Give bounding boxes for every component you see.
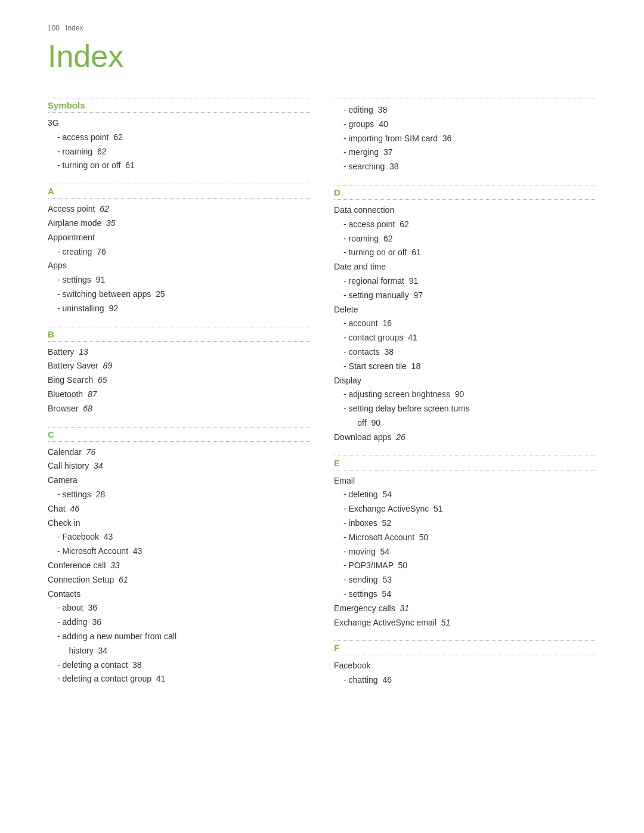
entry-email-moving: - moving 54: [334, 545, 596, 559]
entry-apps-settings: - settings 91: [48, 273, 310, 287]
page-title: Index: [48, 38, 596, 74]
entry-email-sending: - sending 53: [334, 573, 596, 587]
entry-contacts-delete: - deleting a contact 38: [48, 658, 310, 673]
entry-email: Email: [334, 474, 596, 488]
section-b: B Battery 13 Battery Saver 89 Bing Searc…: [48, 327, 310, 416]
entry-display-delay: - setting delay before screen turns off …: [334, 402, 596, 431]
entry-email-inboxes: - inboxes 52: [334, 516, 596, 531]
section-header-a: A: [48, 184, 310, 199]
entry-airplane: Airplane mode 35: [48, 216, 310, 231]
entry-checkin-msaccount: - Microsoft Account 43: [48, 544, 310, 559]
section-e: E Email - deleting 54 - Exchange ActiveS…: [334, 456, 596, 630]
entry-contacts: Contacts: [48, 587, 310, 602]
entry-exchange-activesync: Exchange ActiveSync email 51: [334, 616, 596, 630]
left-column: Symbols 3G - access point 62 - roaming 6…: [48, 98, 310, 698]
entry-contacts-editing: - editing 38: [334, 103, 596, 117]
entry-checkin-facebook: - Facebook 43: [48, 530, 310, 544]
section-f: F Facebook - chatting 46: [334, 640, 596, 688]
entry-3g-turn: - turning on or off 61: [48, 159, 310, 173]
entry-display: Display: [334, 374, 596, 388]
entry-apps: Apps: [48, 259, 310, 273]
entry-contacts-searching: - searching 38: [334, 160, 596, 174]
entry-contacts-merging: - merging 37: [334, 145, 596, 160]
entry-contacts-groups: - groups 40: [334, 117, 596, 132]
entry-data-roaming: - roaming 62: [334, 232, 596, 246]
entry-appointment: Appointment: [48, 231, 310, 245]
entry-apps-uninstall: - uninstalling 92: [48, 302, 310, 316]
entry-data-access: - access point 62: [334, 218, 596, 232]
entry-bluetooth: Bluetooth 87: [48, 388, 310, 402]
entry-contacts-delete-group: - deleting a contact group 41: [48, 672, 310, 686]
entry-delete-account: - account 16: [334, 317, 596, 331]
entry-delete: Delete: [334, 303, 596, 317]
entry-contacts-add-number: - adding a new number from call history …: [48, 630, 310, 658]
section-symbols: Symbols 3G - access point 62 - roaming 6…: [48, 98, 310, 173]
entry-3g: 3G: [48, 116, 310, 131]
section-header-e: E: [334, 456, 596, 470]
entry-connection-setup: Connection Setup 61: [48, 573, 310, 587]
entry-apps-switch: - switching between apps 25: [48, 287, 310, 302]
entry-battery-saver: Battery Saver 89: [48, 359, 310, 373]
entry-facebook: Facebook: [334, 659, 596, 673]
page-number: 100 Index: [48, 24, 596, 32]
entry-emergency-calls: Emergency calls 31: [334, 602, 596, 616]
entry-battery: Battery 13: [48, 345, 310, 360]
section-header-c: C: [48, 427, 310, 442]
entry-data-turn: - turning on or off 61: [334, 246, 596, 260]
entry-email-pop3: - POP3/IMAP 50: [334, 559, 596, 573]
section-header-d: D: [334, 185, 596, 200]
entry-date-manually: - setting manually 97: [334, 289, 596, 303]
section-header-b: B: [48, 327, 310, 342]
entry-data-connection: Data connection: [334, 203, 596, 218]
entry-chat: Chat 46: [48, 502, 310, 516]
entry-date-time: Date and time: [334, 260, 596, 274]
entry-camera-settings: - settings 28: [48, 488, 310, 502]
entry-contacts-sim: - importing from SIM card 36: [334, 132, 596, 146]
entry-delete-contact-groups: - contact groups 41: [334, 331, 596, 345]
section-header-f: F: [334, 640, 596, 655]
entry-date-regional: - regional format 91: [334, 274, 596, 289]
entry-contacts-about: - about 36: [48, 601, 310, 615]
section-contacts-cont: - editing 38 - groups 40 - importing fro…: [334, 98, 596, 174]
entry-camera: Camera: [48, 473, 310, 488]
entry-email-settings: - settings 54: [334, 587, 596, 602]
entry-3g-access: - access point 62: [48, 131, 310, 145]
entry-checkin: Check in: [48, 516, 310, 531]
entry-email-exchange: - Exchange ActiveSync 51: [334, 502, 596, 516]
entry-email-deleting: - deleting 54: [334, 488, 596, 502]
entry-appointment-creating: - creating 76: [48, 245, 310, 259]
entry-calendar: Calendar 76: [48, 445, 310, 460]
entry-conference: Conference call 33: [48, 559, 310, 573]
entry-contacts-adding: - adding 36: [48, 615, 310, 630]
entry-call-history: Call history 34: [48, 459, 310, 473]
entry-facebook-chatting: - chatting 46: [334, 673, 596, 688]
entry-access-point: Access point 62: [48, 202, 310, 216]
section-c: C Calendar 76 Call history 34 Camera - s…: [48, 427, 310, 687]
entry-email-ms-account: - Microsoft Account 50: [334, 531, 596, 545]
section-header-symbols: Symbols: [48, 98, 310, 113]
section-a: A Access point 62 Airplane mode 35 Appoi…: [48, 184, 310, 315]
entry-download-apps: Download apps 26: [334, 431, 596, 445]
entry-display-brightness: - adjusting screen brightness 90: [334, 388, 596, 402]
entry-browser: Browser 68: [48, 402, 310, 416]
right-column: - editing 38 - groups 40 - importing fro…: [334, 98, 596, 698]
entry-3g-roaming: - roaming 62: [48, 145, 310, 159]
entry-bing: Bing Search 65: [48, 373, 310, 388]
entry-delete-contacts: - contacts 38: [334, 345, 596, 360]
entry-delete-start-tile: - Start screen tile 18: [334, 360, 596, 374]
section-d: D Data connection - access point 62 - ro…: [334, 185, 596, 445]
